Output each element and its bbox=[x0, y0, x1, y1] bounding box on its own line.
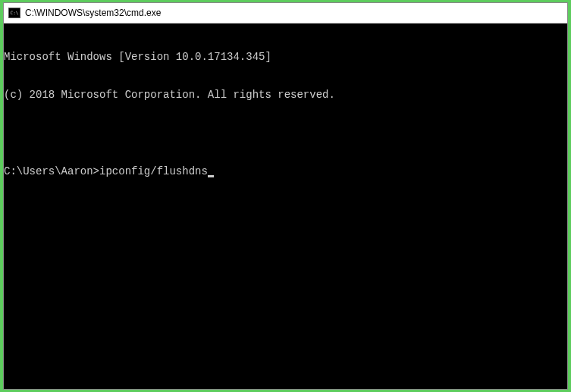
prompt-text: C:\Users\Aaron> bbox=[4, 165, 99, 178]
cmd-icon bbox=[8, 8, 20, 18]
window-title: C:\WINDOWS\system32\cmd.exe bbox=[25, 8, 161, 18]
titlebar[interactable]: C:\WINDOWS\system32\cmd.exe bbox=[4, 3, 567, 24]
prompt-line: C:\Users\Aaron>ipconfig/flushdns bbox=[4, 165, 567, 178]
cursor-icon bbox=[208, 175, 214, 177]
terminal-area[interactable]: Microsoft Windows [Version 10.0.17134.34… bbox=[4, 24, 567, 389]
output-line: Microsoft Windows [Version 10.0.17134.34… bbox=[4, 51, 567, 64]
output-line bbox=[4, 127, 567, 140]
command-input[interactable]: ipconfig/flushdns bbox=[99, 165, 208, 178]
cmd-window: C:\WINDOWS\system32\cmd.exe Microsoft Wi… bbox=[3, 2, 568, 390]
output-line: (c) 2018 Microsoft Corporation. All righ… bbox=[4, 89, 567, 102]
